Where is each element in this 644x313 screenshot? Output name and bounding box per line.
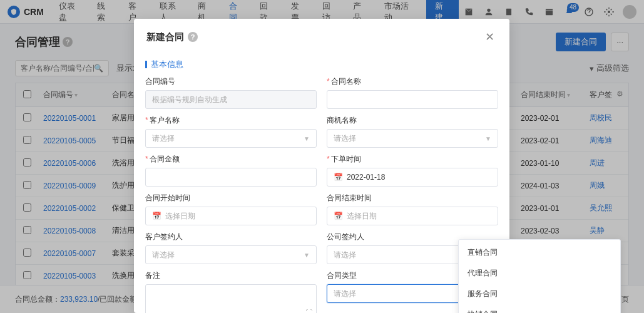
create-contract-modal: 新建合同 ? ✕ 基本信息 合同编号 根据编号规则自动生成 合同名称 客户名称 … <box>134 19 509 313</box>
dropdown-option[interactable]: 快销合同 <box>459 304 620 313</box>
label-start-date: 合同开始时间 <box>145 193 317 203</box>
label-customer: 客户名称 <box>145 115 317 126</box>
input-start-date[interactable]: 📅选择日期 <box>145 207 317 225</box>
calendar-icon: 📅 <box>334 212 343 220</box>
chevron-down-icon: ▼ <box>304 252 310 259</box>
label-amount: 合同金额 <box>145 154 317 165</box>
section-basic-info: 基本信息 <box>145 55 498 76</box>
select-opportunity[interactable]: 请选择▼ <box>327 129 498 148</box>
input-remark[interactable]: ⛶ <box>145 284 317 313</box>
chevron-down-icon: ▼ <box>485 135 491 142</box>
close-icon[interactable]: ✕ <box>483 28 497 46</box>
modal-help-icon[interactable]: ? <box>188 32 198 42</box>
dropdown-option[interactable]: 直销合同 <box>459 242 620 263</box>
select-customer[interactable]: 请选择▼ <box>145 129 317 148</box>
label-contract-code: 合同编号 <box>145 76 317 87</box>
dropdown-option[interactable]: 代理合同 <box>459 263 620 284</box>
modal-body: 基本信息 合同编号 根据编号规则自动生成 合同名称 客户名称 请选择▼ 商机名称… <box>134 55 509 313</box>
calendar-icon: 📅 <box>334 173 343 182</box>
label-cust-signer: 客户签约人 <box>145 232 317 242</box>
expand-icon[interactable]: ⛶ <box>305 309 312 313</box>
input-contract-code: 根据编号规则自动生成 <box>145 90 317 109</box>
input-end-date[interactable]: 📅选择日期 <box>327 207 498 225</box>
modal-header: 新建合同 ? ✕ <box>134 19 509 55</box>
dropdown-option[interactable]: 服务合同 <box>459 284 620 304</box>
contract-type-dropdown: 直销合同代理合同服务合同快销合同 <box>458 239 621 313</box>
input-order-date[interactable]: 📅2022-01-18 <box>327 168 498 187</box>
label-contract-name: 合同名称 <box>327 76 498 87</box>
chevron-down-icon: ▼ <box>304 135 310 142</box>
calendar-icon: 📅 <box>152 212 161 220</box>
label-remark: 备注 <box>145 270 317 281</box>
label-end-date: 合同结束时间 <box>327 193 498 203</box>
input-amount[interactable] <box>145 168 317 187</box>
label-order-date: 下单时间 <box>327 154 498 165</box>
modal-title: 新建合同 ? <box>146 31 198 43</box>
select-cust-signer[interactable]: 请选择▼ <box>145 245 317 264</box>
input-contract-name[interactable] <box>327 90 498 109</box>
label-opportunity: 商机名称 <box>327 115 498 126</box>
